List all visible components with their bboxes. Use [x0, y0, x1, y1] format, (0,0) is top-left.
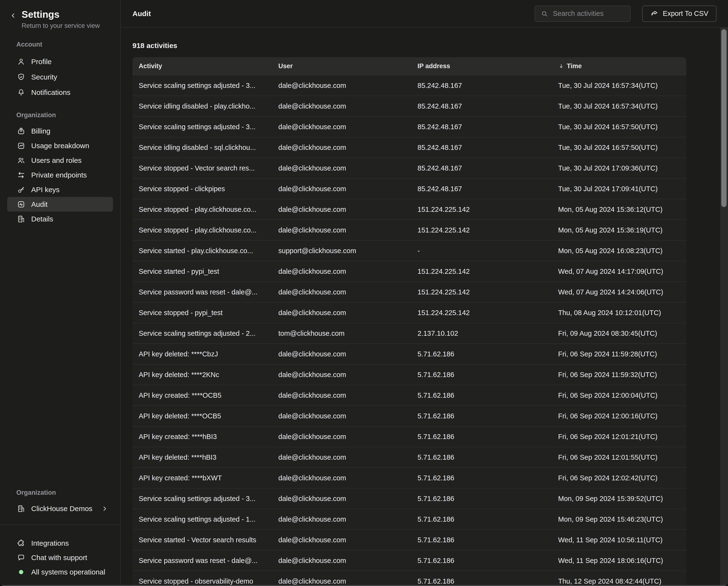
- sidebar-item-all-systems-operational[interactable]: All systems operational: [7, 565, 113, 579]
- sidebar-item-label: Usage breakdown: [31, 142, 89, 150]
- settings-subtitle[interactable]: Return to your service view: [22, 22, 100, 29]
- back-chevron-icon[interactable]: [9, 12, 17, 19]
- table-row[interactable]: Service stopped - pypi_testdale@clickhou…: [132, 302, 686, 323]
- table-row[interactable]: Service password was reset - dale@...dal…: [132, 550, 686, 571]
- shield-icon: [17, 73, 25, 81]
- sidebar-item-notifications[interactable]: Notifications: [7, 85, 113, 100]
- table-row[interactable]: Service stopped - play.clickhouse.co...d…: [132, 220, 686, 240]
- table-row[interactable]: API key created: ****bXWTdale@clickhouse…: [132, 467, 686, 488]
- time-cell: Wed, 07 Aug 2024 14:17:09(UTC): [551, 268, 686, 275]
- activity-cell: Service stopped - play.clickhouse.co...: [132, 226, 271, 234]
- column-header-ip-address[interactable]: IP address: [410, 63, 551, 70]
- user-cell: dale@clickhouse.com: [271, 391, 410, 399]
- activity-cell: Service started - Vector search results: [132, 536, 271, 544]
- table-row[interactable]: Service scaling settings adjusted - 3...…: [132, 488, 686, 509]
- vertical-scrollbar-thumb[interactable]: [721, 29, 727, 207]
- time-cell: Fri, 06 Sep 2024 11:59:28(UTC): [551, 350, 686, 358]
- activity-cell: Service scaling settings adjusted - 3...: [132, 123, 271, 131]
- time-cell: Tue, 30 Jul 2024 17:09:36(UTC): [551, 164, 686, 172]
- table-row[interactable]: Service stopped - play.clickhouse.co...d…: [132, 199, 686, 220]
- sidebar: Settings Return to your service view Acc…: [0, 0, 121, 586]
- time-cell: Fri, 06 Sep 2024 12:02:42(UTC): [551, 474, 686, 482]
- column-header-user[interactable]: User: [271, 63, 410, 70]
- sidebar-item-private-endpoints[interactable]: Private endpoints: [7, 168, 113, 182]
- user-cell: dale@clickhouse.com: [271, 454, 410, 461]
- sidebar-item-label: Users and roles: [31, 156, 82, 165]
- person-icon: [17, 57, 25, 66]
- ip-cell: 85.242.48.167: [410, 102, 551, 110]
- time-cell: Mon, 09 Sep 2024 15:46:23(UTC): [551, 515, 686, 523]
- table-row[interactable]: API key deleted: ****hBI3dale@clickhouse…: [132, 447, 686, 467]
- user-cell: dale@clickhouse.com: [271, 144, 410, 151]
- table-row[interactable]: API key deleted: ****CbzJdale@clickhouse…: [132, 343, 686, 364]
- users-icon: [17, 156, 25, 165]
- activities-count: 918 activities: [132, 41, 728, 50]
- activity-cell: Service stopped - clickpipes: [132, 185, 271, 193]
- activity-cell: Service scaling settings adjusted - 1...: [132, 515, 271, 523]
- user-cell: dale@clickhouse.com: [271, 288, 410, 296]
- table-row[interactable]: Service started - Vector search resultsd…: [132, 529, 686, 550]
- export-csv-label: Export To CSV: [663, 9, 708, 18]
- building-icon: [17, 504, 25, 513]
- status-dot: [19, 570, 23, 574]
- table-row[interactable]: API key created: ****OCB5dale@clickhouse…: [132, 385, 686, 406]
- time-cell: Tue, 30 Jul 2024 17:09:41(UTC): [551, 185, 686, 193]
- user-cell: dale@clickhouse.com: [271, 474, 410, 482]
- activity-cell: API key deleted: ****2KNc: [132, 371, 271, 379]
- search-input[interactable]: [552, 9, 626, 18]
- sidebar-footer: IntegrationsChat with supportAll systems…: [0, 536, 120, 579]
- time-cell: Tue, 30 Jul 2024 16:57:34(UTC): [551, 102, 686, 110]
- table-row[interactable]: API key deleted: ****OCB5dale@clickhouse…: [132, 406, 686, 426]
- table-row[interactable]: Service scaling settings adjusted - 1...…: [132, 509, 686, 529]
- search-box[interactable]: [535, 5, 630, 22]
- sidebar-item-details[interactable]: Details: [7, 212, 113, 226]
- time-cell: Fri, 06 Sep 2024 12:01:55(UTC): [551, 454, 686, 461]
- vertical-scrollbar-track[interactable]: [720, 27, 728, 586]
- table-row[interactable]: Service password was reset - dale@...dal…: [132, 282, 686, 302]
- table-row[interactable]: Service started - play.clickhouse.co...s…: [132, 240, 686, 261]
- table-row[interactable]: API key created: ****hBI3dale@clickhouse…: [132, 426, 686, 447]
- table-row[interactable]: Service started - pypi_testdale@clickhou…: [132, 261, 686, 282]
- ip-cell: 85.242.48.167: [410, 144, 551, 151]
- sidebar-item-label: Chat with support: [31, 554, 87, 562]
- ip-cell: 5.71.62.186: [410, 454, 551, 461]
- sidebar-item-usage-breakdown[interactable]: Usage breakdown: [7, 138, 113, 153]
- table-row[interactable]: Service stopped - observability-demodale…: [132, 571, 686, 586]
- sidebar-item-label: Notifications: [31, 89, 70, 97]
- org-switcher-label: ClickHouse Demos: [31, 505, 93, 513]
- time-cell: Wed, 11 Sep 2024 18:06:16(UTC): [551, 557, 686, 565]
- sidebar-item-audit[interactable]: Audit: [7, 197, 113, 212]
- time-cell: Fri, 09 Aug 2024 08:30:45(UTC): [551, 329, 686, 337]
- user-cell: dale@clickhouse.com: [271, 185, 410, 193]
- column-header-activity[interactable]: Activity: [132, 63, 271, 70]
- table-row[interactable]: Service scaling settings adjusted - 3...…: [132, 75, 686, 96]
- table-row[interactable]: Service stopped - Vector search res...da…: [132, 157, 686, 178]
- sidebar-item-security[interactable]: Security: [7, 69, 113, 85]
- export-csv-button[interactable]: Export To CSV: [642, 5, 717, 22]
- activity-cell: Service password was reset - dale@...: [132, 288, 271, 296]
- sidebar-item-profile[interactable]: Profile: [7, 54, 113, 69]
- sidebar-item-integrations[interactable]: Integrations: [7, 536, 113, 551]
- endpoints-icon: [17, 171, 25, 179]
- key-icon: [17, 186, 25, 194]
- sidebar-item-chat-with-support[interactable]: Chat with support: [7, 551, 113, 565]
- table-row[interactable]: Service scaling settings adjusted - 2...…: [132, 323, 686, 343]
- table-row[interactable]: Service idling disabled - sql.clickhou..…: [132, 137, 686, 157]
- column-header-time[interactable]: Time: [551, 63, 686, 70]
- table-row[interactable]: Service scaling settings adjusted - 3...…: [132, 116, 686, 137]
- chat-icon: [17, 553, 25, 562]
- ip-cell: 85.242.48.167: [410, 123, 551, 131]
- table-row[interactable]: Service stopped - clickpipesdale@clickho…: [132, 178, 686, 199]
- ip-cell: 5.71.62.186: [410, 536, 551, 544]
- sidebar-item-users-and-roles[interactable]: Users and roles: [7, 153, 113, 168]
- building-icon: [17, 215, 25, 223]
- sidebar-item-api-keys[interactable]: API keys: [7, 182, 113, 197]
- sidebar-item-clickhouse-demos[interactable]: ClickHouse Demos: [7, 502, 113, 516]
- audit-content: 918 activities ActivityUserIP addressTim…: [121, 41, 728, 586]
- table-row[interactable]: Service idling disabled - play.clickho..…: [132, 96, 686, 116]
- section-label-account: Account: [0, 41, 120, 48]
- sidebar-item-billing[interactable]: Billing: [7, 124, 113, 138]
- search-icon: [541, 10, 548, 17]
- organization-section-label: Organization: [16, 489, 56, 496]
- table-row[interactable]: API key deleted: ****2KNcdale@clickhouse…: [132, 364, 686, 385]
